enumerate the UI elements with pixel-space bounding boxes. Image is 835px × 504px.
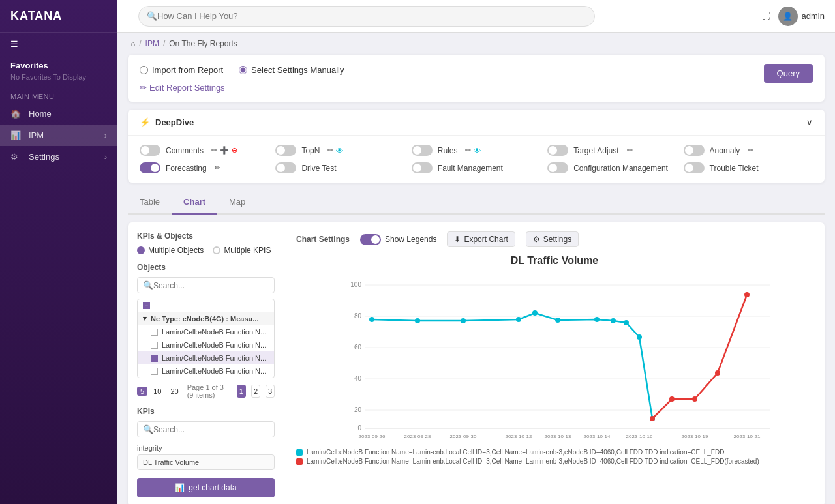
tab-table[interactable]: Table bbox=[128, 190, 172, 215]
select-all-checkbox[interactable]: − bbox=[143, 302, 150, 309]
per-page-20[interactable]: 20 bbox=[167, 387, 181, 396]
add-comments-icon[interactable]: ➕ bbox=[220, 146, 229, 155]
app-logo: KATANA bbox=[0, 0, 117, 33]
edit-report-link[interactable]: ✏ Edit Report Settings bbox=[140, 83, 813, 93]
toggle-switch-anomaly[interactable] bbox=[684, 145, 705, 156]
integrity-value: DL Traffic Volume bbox=[137, 454, 275, 470]
favorites-empty: No Favorites To Display bbox=[10, 73, 107, 81]
svg-text:40: 40 bbox=[354, 375, 362, 382]
svg-text:2023-10-12: 2023-10-12 bbox=[506, 434, 532, 439]
obj1-checkbox[interactable] bbox=[151, 329, 158, 336]
import-from-report-option[interactable]: Import from Report bbox=[140, 65, 223, 75]
hamburger-icon[interactable]: ☰ bbox=[0, 33, 117, 55]
toggle-configuration-management: Configuration Management bbox=[547, 162, 676, 173]
favorites-title: Favorites bbox=[10, 61, 107, 70]
settings-row: Import from Report Select Settings Manua… bbox=[140, 65, 344, 75]
objects-search-input[interactable] bbox=[153, 281, 269, 290]
deepdive-panel: ⚡ DeepDive ∨ Comments ✏ ➕ ⊖ bbox=[128, 110, 825, 183]
tab-chart[interactable]: Chart bbox=[172, 190, 217, 215]
current-breadcrumb: On The Fly Reports bbox=[169, 39, 237, 48]
show-legends-toggle[interactable]: Show Legends bbox=[360, 234, 436, 245]
sidebar: KATANA ☰ Favorites No Favorites To Displ… bbox=[0, 0, 117, 504]
gear-icon: ⚙ bbox=[533, 235, 540, 244]
obj2-checkbox[interactable] bbox=[151, 342, 158, 349]
search-input[interactable] bbox=[157, 11, 586, 21]
home-breadcrumb[interactable]: ⌂ bbox=[130, 39, 135, 48]
export-chart-button[interactable]: ⬇ Export Chart bbox=[447, 231, 515, 247]
page-btn-3[interactable]: 3 bbox=[266, 385, 275, 398]
chart-icon: 📊 bbox=[175, 483, 185, 492]
legend-dot-forecast bbox=[296, 458, 303, 465]
edit-comments-icon[interactable]: ✏ bbox=[211, 146, 217, 155]
edit-rules-icon[interactable]: ✏ bbox=[465, 146, 471, 155]
svg-point-36 bbox=[744, 292, 750, 297]
toggle-fault-management: Fault Management bbox=[412, 162, 541, 173]
object-row-3[interactable]: Lamin/Cell:eNodeB Function N... bbox=[138, 351, 274, 364]
toggle-switch-config-mgmt[interactable] bbox=[547, 162, 568, 173]
sidebar-item-home[interactable]: 🏠 Home bbox=[0, 103, 117, 125]
svg-text:60: 60 bbox=[354, 344, 362, 351]
multiple-kpis-option[interactable]: Multiple KPIS bbox=[213, 246, 271, 255]
toggle-switch-rules[interactable] bbox=[412, 145, 433, 156]
toggle-grid: Comments ✏ ➕ ⊖ TopN ✏ 👁 bbox=[128, 136, 825, 183]
edit-icon: ✏ bbox=[140, 83, 147, 93]
svg-point-32 bbox=[650, 416, 655, 421]
chart-settings-button[interactable]: ⚙ Settings bbox=[526, 231, 579, 247]
search-bar[interactable]: 🔍 bbox=[138, 6, 595, 27]
deepdive-header[interactable]: ⚡ DeepDive ∨ bbox=[128, 110, 825, 136]
edit-forecasting-icon[interactable]: ✏ bbox=[215, 164, 220, 172]
search-kpis-icon: 🔍 bbox=[143, 424, 153, 434]
sidebar-item-ipm[interactable]: 📊 IPM › bbox=[0, 125, 117, 146]
query-button[interactable]: Query bbox=[764, 64, 813, 83]
sidebar-item-settings[interactable]: ⚙ Settings › bbox=[0, 146, 117, 168]
toggle-switch-forecasting[interactable] bbox=[140, 162, 160, 173]
svg-point-29 bbox=[624, 320, 629, 325]
toggle-switch-comments[interactable] bbox=[140, 145, 160, 156]
per-page-5[interactable]: 5 bbox=[137, 387, 147, 396]
svg-point-24 bbox=[516, 317, 521, 322]
edit-target-icon[interactable]: ✏ bbox=[627, 146, 633, 155]
toggle-switch-fault-management[interactable] bbox=[412, 162, 433, 173]
edit-anomaly-icon[interactable]: ✏ bbox=[748, 146, 753, 155]
select-settings-option[interactable]: Select Settings Manually bbox=[239, 65, 344, 75]
legends-toggle-switch[interactable] bbox=[360, 234, 381, 245]
fullscreen-icon[interactable]: ⛶ bbox=[762, 11, 770, 21]
toggle-switch-trouble-ticket[interactable] bbox=[684, 162, 705, 173]
get-chart-button[interactable]: 📊 get chart data bbox=[137, 478, 275, 497]
remove-comments-icon[interactable]: ⊖ bbox=[232, 146, 237, 155]
object-row-2[interactable]: Lamin/Cell:eNodeB Function N... bbox=[138, 338, 274, 351]
objects-search-wrap[interactable]: 🔍 bbox=[137, 277, 275, 293]
select-label: Select Settings Manually bbox=[251, 65, 344, 75]
objects-header-row[interactable]: − bbox=[138, 299, 274, 312]
eye-topn-icon[interactable]: 👁 bbox=[336, 147, 343, 155]
toggle-switch-target-adjust[interactable] bbox=[547, 145, 568, 156]
svg-text:0: 0 bbox=[357, 424, 361, 432]
object-group-row[interactable]: ▾ Ne Type: eNodeB(4G) : Measu... bbox=[138, 312, 274, 325]
page-btn-2[interactable]: 2 bbox=[251, 385, 260, 398]
toggle-switch-topn[interactable] bbox=[275, 145, 296, 156]
show-legends-label: Show Legends bbox=[385, 235, 436, 244]
admin-badge[interactable]: 👤 admin bbox=[778, 7, 825, 26]
svg-text:80: 80 bbox=[354, 312, 362, 319]
obj3-checkbox[interactable] bbox=[151, 355, 158, 362]
object-row-1[interactable]: Lamin/Cell:eNodeB Function N... bbox=[138, 325, 274, 338]
eye-rules-icon[interactable]: 👁 bbox=[474, 147, 481, 155]
multiple-objects-option[interactable]: Multiple Objects bbox=[137, 246, 204, 255]
toggle-switch-drive-test[interactable] bbox=[275, 162, 296, 173]
kpis-search-input[interactable] bbox=[153, 425, 269, 434]
svg-point-22 bbox=[415, 318, 420, 323]
obj4-checkbox[interactable] bbox=[151, 368, 158, 375]
kpis-search-wrap[interactable]: 🔍 bbox=[137, 421, 275, 437]
per-page-10[interactable]: 10 bbox=[150, 387, 164, 396]
page-btn-1[interactable]: 1 bbox=[237, 385, 246, 398]
tab-map[interactable]: Map bbox=[217, 190, 257, 215]
chart-settings-title: Chart Settings bbox=[296, 235, 350, 244]
ipm-breadcrumb[interactable]: IPM bbox=[145, 39, 159, 48]
svg-point-21 bbox=[369, 317, 374, 322]
avatar: 👤 bbox=[778, 7, 798, 26]
edit-topn-icon[interactable]: ✏ bbox=[327, 146, 333, 155]
legend-item-forecast: Lamin/Cell:eNodeB Function Name=Lamin-en… bbox=[296, 458, 813, 465]
chart-container: KPIs & Objects Multiple Objects Multiple… bbox=[128, 222, 825, 504]
object-row-4[interactable]: Lamin/Cell:eNodeB Function N... bbox=[138, 364, 274, 378]
chart-title: DL Traffic Volume bbox=[296, 255, 813, 267]
